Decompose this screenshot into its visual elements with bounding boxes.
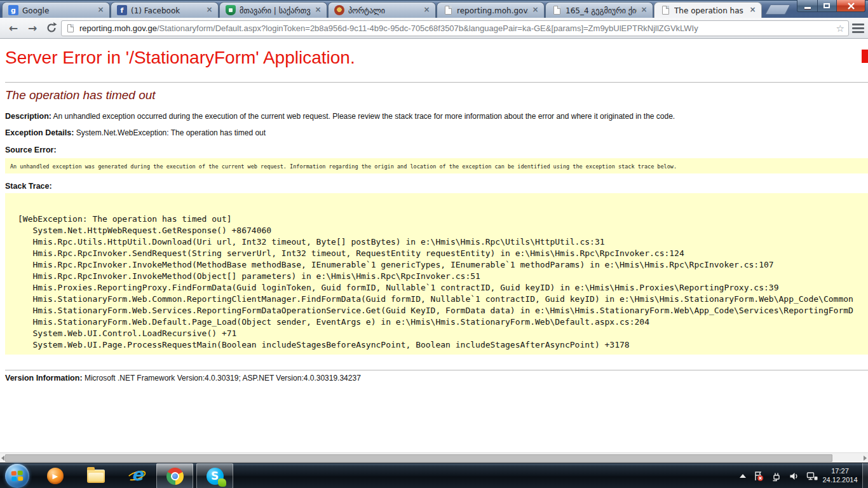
minimize-button[interactable] (797, 0, 818, 12)
taskbar-internet-explorer[interactable]: e (118, 463, 155, 488)
facebook-favicon-icon: f (117, 5, 127, 15)
browser-toolbar: ← → reporting.moh.gov.ge/Stationaryform/… (0, 18, 868, 39)
skype-icon: S (207, 468, 224, 485)
tab-close-icon[interactable]: × (205, 5, 214, 15)
tab-title: პორტალი (348, 6, 419, 15)
tab-strip: g Google × f (1) Facebook × მთავარი | სა… (0, 0, 868, 18)
page-favicon-icon (443, 5, 453, 15)
maximize-icon (824, 3, 830, 8)
tab-title: reporting.moh.gov.ge (457, 6, 528, 15)
taskbar-google-chrome-active[interactable] (156, 463, 193, 488)
forward-icon: → (28, 22, 37, 34)
scroll-right-arrow-icon[interactable] (864, 456, 867, 461)
exception-details-label: Exception Details: (5, 128, 74, 137)
reload-icon (46, 22, 57, 34)
tab-close-icon[interactable]: × (531, 5, 540, 15)
page-favicon-icon (660, 5, 670, 15)
window-controls (797, 0, 865, 12)
clipped-heading-fragment (862, 50, 868, 63)
exception-details-line: Exception Details: System.Net.WebExcepti… (5, 128, 868, 137)
taskbar-windows-explorer[interactable] (78, 463, 114, 488)
tab-close-icon[interactable]: × (639, 5, 649, 15)
show-desktop-button[interactable] (862, 463, 868, 488)
error-message-heading: The operation has timed out (5, 88, 868, 102)
description-label: Description: (5, 112, 51, 121)
tab-165-4[interactable]: 165_4 გეგმიური ქირ × (545, 2, 653, 18)
folder-icon (87, 470, 105, 483)
url-text: reporting.moh.gov.ge/Stationaryform/Defa… (79, 24, 832, 33)
url-host: reporting.moh.gov.ge (79, 24, 157, 33)
action-center-flag-icon[interactable] (753, 471, 764, 482)
taskbar-skype[interactable]: S (196, 463, 233, 488)
chrome-icon (166, 468, 184, 485)
tab-close-icon[interactable]: × (96, 5, 105, 15)
page-icon (67, 24, 74, 32)
menu-icon (852, 24, 864, 25)
media-player-icon: ▶ (47, 468, 64, 484)
system-tray (740, 463, 818, 488)
reload-button[interactable] (43, 20, 60, 36)
exception-details-text: System.Net.WebException: The operation h… (76, 128, 266, 137)
taskbar-clock[interactable]: 17:27 24.12.2014 (820, 466, 860, 484)
close-window-button[interactable] (836, 0, 865, 12)
start-button[interactable] (5, 464, 29, 488)
tab-moh-home[interactable]: მთავარი | საქართვე × (219, 2, 327, 18)
page-title: Server Error in '/StationaryForm' Applic… (5, 48, 868, 68)
horizontal-scrollbar[interactable] (0, 452, 868, 463)
scrollbar-thumb[interactable] (5, 454, 832, 462)
windows-taskbar: ▶ e S (0, 463, 868, 488)
tab-close-icon[interactable]: × (313, 5, 323, 15)
windows-flag-icon (11, 471, 24, 482)
google-favicon-icon: g (8, 5, 18, 15)
stack-trace-box: [WebException: The operation has timed o… (5, 193, 868, 355)
description-line: Description: An unhandled exception occu… (5, 112, 868, 121)
taskbar-windows-media-player[interactable]: ▶ (37, 463, 74, 488)
remove-hardware-icon[interactable] (771, 471, 782, 482)
clock-date: 24.12.2014 (820, 475, 860, 484)
forward-button[interactable]: → (24, 20, 41, 36)
divider (5, 370, 868, 370)
source-error-heading: Source Error: (5, 146, 868, 154)
back-button[interactable]: ← (5, 20, 22, 36)
error-page: Server Error in '/StationaryForm' Applic… (0, 48, 868, 383)
tab-active-error-page[interactable]: The operation has tim × (654, 2, 762, 18)
skype-badge-icon (218, 478, 226, 487)
show-hidden-icons-button[interactable] (740, 474, 746, 478)
bookmark-star-icon[interactable]: ☆ (836, 23, 844, 34)
back-icon: ← (9, 22, 18, 34)
tab-reporting[interactable]: reporting.moh.gov.ge × (437, 2, 545, 18)
tab-title: (1) Facebook (131, 6, 202, 15)
desktop-screen: g Google × f (1) Facebook × მთავარი | სა… (0, 0, 868, 488)
page-favicon-icon (552, 5, 562, 15)
tab-title: 165_4 გეგმიური ქირ (566, 6, 637, 15)
volume-icon[interactable] (789, 471, 799, 482)
page-viewport: Server Error in '/StationaryForm' Applic… (0, 39, 868, 452)
new-tab-button[interactable] (765, 4, 791, 15)
shield-favicon-icon (226, 5, 236, 15)
omnibox-address-bar[interactable]: reporting.moh.gov.ge/Stationaryform/Defa… (61, 20, 849, 36)
description-text: An unhandled exception occurred during t… (53, 112, 675, 121)
network-icon[interactable] (806, 471, 818, 482)
version-text: Microsoft .NET Framework Version:4.0.303… (85, 374, 361, 383)
maximize-button[interactable] (818, 0, 836, 12)
chrome-menu-button[interactable] (852, 24, 864, 33)
tab-portal[interactable]: პორტალი × (328, 2, 436, 18)
url-path: /Stationaryform/Default.aspx?loginToken=… (157, 24, 698, 33)
version-information-line: Version Information: Microsoft .NET Fram… (5, 374, 868, 383)
emblem-favicon-icon (334, 5, 344, 15)
internet-explorer-icon: e (127, 467, 146, 485)
tab-close-icon[interactable]: × (748, 5, 757, 15)
tab-facebook[interactable]: f (1) Facebook × (111, 2, 219, 18)
stack-trace-heading: Stack Trace: (5, 182, 868, 191)
source-error-box: An unhandled exception was generated dur… (5, 158, 868, 173)
tab-title: The operation has tim (674, 6, 745, 15)
tab-google[interactable]: g Google × (2, 2, 110, 18)
version-label: Version Information: (5, 374, 83, 383)
tab-close-icon[interactable]: × (422, 5, 431, 15)
close-icon (848, 3, 855, 10)
minimize-icon (804, 7, 811, 9)
clock-time: 17:27 (820, 466, 860, 475)
divider (5, 82, 868, 83)
scroll-left-arrow-icon[interactable] (1, 456, 4, 461)
tab-title: Google (22, 6, 93, 15)
